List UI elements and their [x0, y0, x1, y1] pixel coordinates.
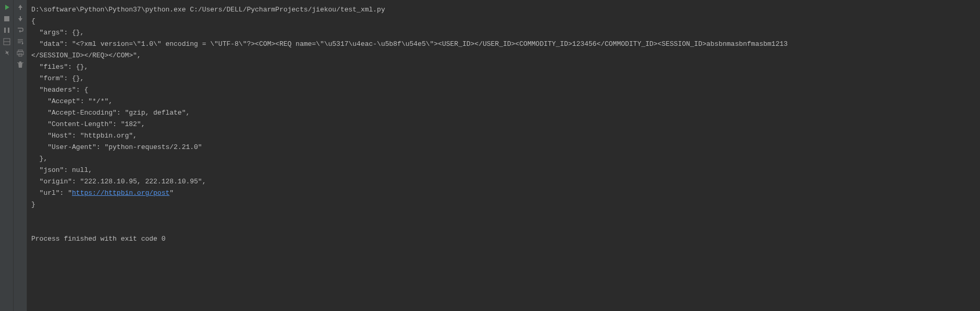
- trash-icon[interactable]: [16, 60, 24, 69]
- rerun-icon[interactable]: [3, 3, 11, 11]
- output-line: }: [31, 199, 978, 210]
- output-line: "Accept-Encoding": "gzip, deflate",: [31, 107, 978, 119]
- output-line: "Content-Length": "182",: [31, 119, 978, 130]
- toolbar-second: [14, 0, 27, 311]
- svg-rect-9: [17, 52, 23, 55]
- url-link[interactable]: https://httpbin.org/post: [72, 189, 169, 197]
- run-tool-window: D:\software\Python\Python37\python.exe C…: [0, 0, 980, 311]
- exit-message: Process finished with exit code 0: [31, 233, 978, 245]
- pause-icon[interactable]: [3, 26, 11, 34]
- output-line: },: [31, 153, 978, 165]
- console-output[interactable]: D:\software\Python\Python37\python.exe C…: [27, 0, 980, 311]
- output-line: "files": {},: [31, 61, 978, 73]
- command-line: D:\software\Python\Python37\python.exe C…: [31, 4, 978, 16]
- scroll-to-end-icon[interactable]: [16, 38, 24, 46]
- output-line: "json": null,: [31, 165, 978, 176]
- svg-rect-1: [4, 28, 6, 33]
- output-line: "Accept": "*/*",: [31, 96, 978, 107]
- output-line: </SESSION_ID></REQ></COM>",: [31, 50, 978, 61]
- output-line: "args": {},: [31, 27, 978, 39]
- print-icon[interactable]: [16, 49, 24, 57]
- output-line: {: [31, 16, 978, 27]
- up-arrow-icon[interactable]: [16, 3, 24, 11]
- svg-rect-2: [8, 28, 9, 33]
- toolbar-left: [0, 0, 14, 311]
- down-arrow-icon[interactable]: [16, 15, 24, 23]
- svg-rect-0: [4, 16, 9, 21]
- output-line: "origin": "222.128.10.95, 222.128.10.95"…: [31, 176, 978, 188]
- pin-icon[interactable]: [3, 49, 11, 57]
- output-line: "headers": {: [31, 84, 978, 96]
- stop-icon[interactable]: [3, 15, 11, 23]
- output-line: "url": "https://httpbin.org/post": [31, 188, 978, 199]
- output-line: "User-Agent": "python-requests/2.21.0": [31, 142, 978, 153]
- layout-icon[interactable]: [3, 38, 11, 46]
- output-line: "form": {},: [31, 73, 978, 84]
- soft-wrap-icon[interactable]: [16, 26, 24, 34]
- output-line: "Host": "httpbin.org",: [31, 130, 978, 142]
- output-line: "data": "<?xml version=\"1.0\" encoding …: [31, 39, 978, 50]
